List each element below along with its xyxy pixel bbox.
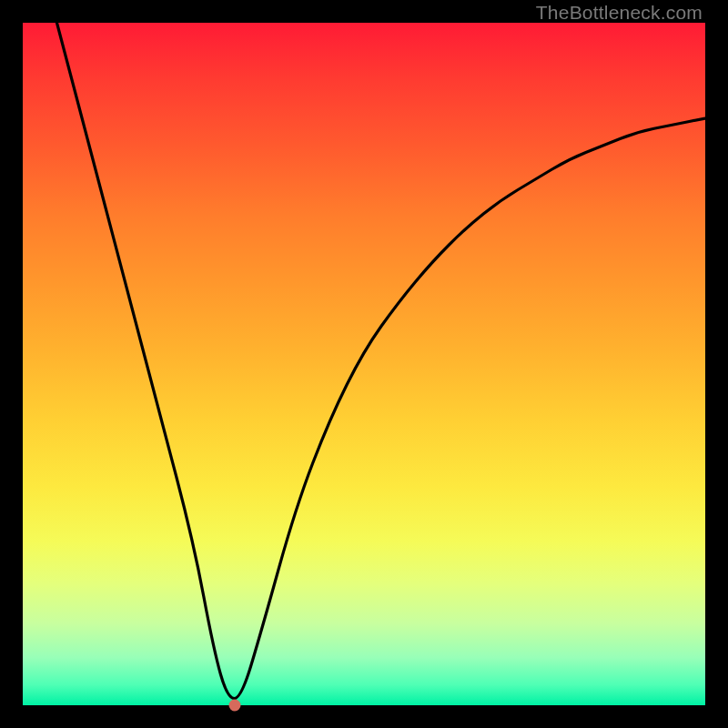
chart-frame: TheBottleneck.com bbox=[0, 0, 728, 728]
attribution-label: TheBottleneck.com bbox=[536, 2, 703, 24]
minimum-marker-dot bbox=[228, 700, 240, 712]
bottleneck-curve bbox=[23, 23, 705, 705]
plot-area bbox=[23, 23, 705, 705]
